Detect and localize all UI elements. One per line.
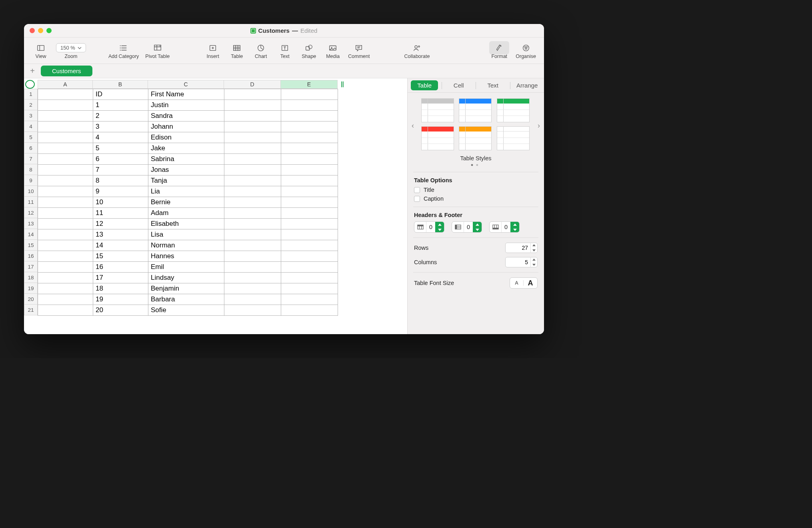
cell[interactable] xyxy=(281,175,338,186)
add-sheet-button[interactable]: + xyxy=(28,66,37,76)
minimize-window-icon[interactable] xyxy=(38,28,43,33)
cell[interactable] xyxy=(281,197,338,208)
cell[interactable]: 7 xyxy=(93,165,148,175)
cell[interactable]: Edison xyxy=(148,132,224,143)
cell[interactable] xyxy=(281,111,338,122)
cell[interactable] xyxy=(38,186,93,197)
step-down-icon[interactable] xyxy=(510,227,519,232)
cell[interactable]: Sandra xyxy=(148,111,224,122)
step-up-icon[interactable] xyxy=(531,243,537,248)
cell[interactable] xyxy=(281,305,338,316)
cell[interactable] xyxy=(38,197,93,208)
cell[interactable]: Sofie xyxy=(148,305,224,316)
cell[interactable] xyxy=(224,262,281,273)
font-size-decrease[interactable]: A xyxy=(510,280,524,286)
cell[interactable]: Adam xyxy=(148,208,224,219)
collaborate-button[interactable]: Collaborate xyxy=(401,38,433,64)
cell[interactable]: 17 xyxy=(93,273,148,283)
cell[interactable]: 18 xyxy=(93,283,148,294)
cell[interactable]: Jonas xyxy=(148,165,224,175)
row-header[interactable]: 16 xyxy=(24,251,38,261)
row-header[interactable]: 6 xyxy=(24,143,38,153)
cell[interactable] xyxy=(224,165,281,175)
cell[interactable] xyxy=(224,251,281,262)
table-button[interactable]: Table xyxy=(225,38,249,64)
cell[interactable] xyxy=(224,294,281,305)
cell[interactable]: Norman xyxy=(148,240,224,251)
fullscreen-window-icon[interactable] xyxy=(46,28,52,33)
step-up-icon[interactable] xyxy=(531,257,537,262)
font-size-control[interactable]: A A xyxy=(510,277,538,289)
cell[interactable]: Jake xyxy=(148,143,224,154)
cell[interactable]: Sabrina xyxy=(148,154,224,165)
step-up-icon[interactable] xyxy=(473,222,482,227)
spreadsheet-area[interactable]: ABCDE 123456789101112131415161718192021 … xyxy=(24,78,407,334)
cell[interactable]: Elisabeth xyxy=(148,219,224,229)
cell[interactable] xyxy=(224,240,281,251)
cell[interactable] xyxy=(38,262,93,273)
cell[interactable]: Johann xyxy=(148,122,224,132)
cell[interactable] xyxy=(38,89,93,100)
cell[interactable] xyxy=(224,132,281,143)
cell[interactable] xyxy=(281,89,338,100)
row-header[interactable]: 17 xyxy=(24,261,38,272)
tab-table[interactable]: Table xyxy=(408,78,442,92)
cell[interactable] xyxy=(224,229,281,240)
cell[interactable] xyxy=(281,165,338,175)
option-caption-checkbox[interactable]: Caption xyxy=(414,195,538,202)
option-title-checkbox[interactable]: Title xyxy=(414,187,538,193)
cell[interactable] xyxy=(38,154,93,165)
row-header[interactable]: 7 xyxy=(24,153,38,164)
cell[interactable]: Benjamin xyxy=(148,283,224,294)
cell[interactable]: Bernie xyxy=(148,197,224,208)
row-header[interactable]: 1 xyxy=(24,89,38,100)
columns-input[interactable] xyxy=(506,259,530,265)
cell[interactable] xyxy=(224,186,281,197)
cell[interactable]: 9 xyxy=(93,186,148,197)
cell[interactable]: 14 xyxy=(93,240,148,251)
header-cols-stepper[interactable]: 0 xyxy=(452,221,482,233)
cell[interactable] xyxy=(281,294,338,305)
cell[interactable] xyxy=(224,273,281,283)
zoom-pill[interactable]: 150 % xyxy=(56,43,86,52)
row-header[interactable]: 10 xyxy=(24,186,38,197)
row-header[interactable]: 14 xyxy=(24,229,38,240)
row-header[interactable]: 13 xyxy=(24,218,38,229)
row-header[interactable]: 11 xyxy=(24,197,38,207)
cell[interactable]: 3 xyxy=(93,122,148,132)
row-header[interactable]: 15 xyxy=(24,240,38,251)
cell[interactable] xyxy=(38,229,93,240)
column-header-D[interactable]: D xyxy=(224,80,281,89)
cell[interactable] xyxy=(224,208,281,219)
cell[interactable] xyxy=(38,273,93,283)
cell[interactable] xyxy=(224,219,281,229)
zoom-button[interactable]: 150 % Zoom xyxy=(53,38,89,64)
cell[interactable] xyxy=(281,100,338,111)
cell[interactable] xyxy=(38,208,93,219)
table-select-handle[interactable] xyxy=(25,80,35,89)
cell[interactable] xyxy=(38,305,93,316)
organise-button[interactable]: Organise xyxy=(512,38,539,64)
row-header[interactable]: 3 xyxy=(24,110,38,121)
close-window-icon[interactable] xyxy=(30,28,35,33)
shape-button[interactable]: Shape xyxy=(297,38,321,64)
cell[interactable] xyxy=(281,229,338,240)
cell[interactable]: Lia xyxy=(148,186,224,197)
cell[interactable] xyxy=(281,262,338,273)
cell[interactable]: 4 xyxy=(93,132,148,143)
step-up-icon[interactable] xyxy=(510,222,519,227)
cell[interactable]: First Name xyxy=(148,89,224,100)
cell[interactable]: ID xyxy=(93,89,148,100)
column-header-C[interactable]: C xyxy=(148,80,224,89)
step-down-icon[interactable] xyxy=(531,248,537,253)
step-down-icon[interactable] xyxy=(435,227,444,232)
cell[interactable]: 19 xyxy=(93,294,148,305)
cell[interactable]: 15 xyxy=(93,251,148,262)
comment-button[interactable]: Comment xyxy=(345,38,373,64)
cell[interactable] xyxy=(224,111,281,122)
cell[interactable] xyxy=(224,283,281,294)
add-category-button[interactable]: Add Category xyxy=(105,38,142,64)
media-button[interactable]: Media xyxy=(321,38,345,64)
cell[interactable] xyxy=(224,305,281,316)
cell[interactable] xyxy=(224,154,281,165)
